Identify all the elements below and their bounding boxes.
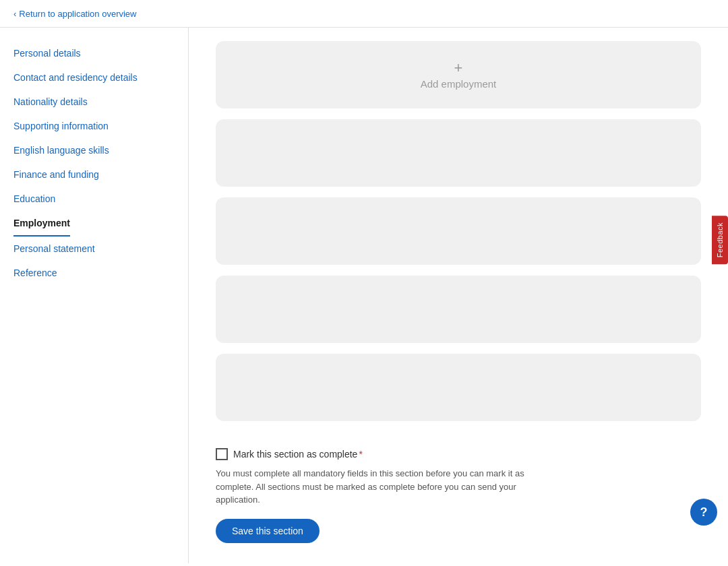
complete-description: You must complete all mandatory fields i… xyxy=(216,467,539,507)
employment-card-3[interactable] xyxy=(216,197,701,265)
feedback-button[interactable]: Feedback xyxy=(712,216,728,264)
sidebar-item-employment[interactable]: Employment xyxy=(13,211,70,237)
complete-label: Mark this section as complete* xyxy=(233,449,363,460)
top-bar: ‹ Return to application overview xyxy=(0,0,728,28)
bottom-section: Mark this section as complete* You must … xyxy=(216,441,701,543)
back-link-label: Return to application overview xyxy=(19,9,136,19)
back-link[interactable]: ‹ Return to application overview xyxy=(13,9,137,19)
feedback-tab-wrapper: Feedback xyxy=(712,216,728,266)
layout: Personal details Contact and residency d… xyxy=(0,28,728,563)
sidebar-item-finance-funding[interactable]: Finance and funding xyxy=(13,162,175,187)
sidebar-item-personal-details[interactable]: Personal details xyxy=(13,41,175,65)
add-employment-card[interactable]: + Add employment xyxy=(216,41,701,108)
chevron-left-icon: ‹ xyxy=(13,9,16,19)
employment-card-4[interactable] xyxy=(216,276,701,343)
employment-cards: + Add employment xyxy=(216,41,701,421)
plus-icon: + xyxy=(454,61,463,75)
sidebar-item-english-language[interactable]: English language skills xyxy=(13,138,175,162)
sidebar-item-education[interactable]: Education xyxy=(13,187,175,211)
sidebar-item-contact-residency[interactable]: Contact and residency details xyxy=(13,65,175,90)
help-button[interactable]: ? xyxy=(690,499,717,526)
add-employment-label: Add employment xyxy=(421,78,497,90)
employment-card-2[interactable] xyxy=(216,119,701,187)
main-content: + Add employment Mark this section as co… xyxy=(189,28,728,563)
help-button-wrapper: ? xyxy=(690,499,717,526)
complete-checkbox[interactable] xyxy=(216,448,228,460)
required-star: * xyxy=(359,449,362,460)
employment-card-5[interactable] xyxy=(216,354,701,421)
sidebar-item-personal-statement[interactable]: Personal statement xyxy=(13,237,175,261)
sidebar-item-supporting-info[interactable]: Supporting information xyxy=(13,114,175,138)
sidebar-item-nationality[interactable]: Nationality details xyxy=(13,90,175,114)
complete-row: Mark this section as complete* xyxy=(216,448,701,460)
sidebar: Personal details Contact and residency d… xyxy=(0,28,189,563)
save-section-button[interactable]: Save this section xyxy=(216,519,320,543)
sidebar-item-reference[interactable]: Reference xyxy=(13,261,175,285)
